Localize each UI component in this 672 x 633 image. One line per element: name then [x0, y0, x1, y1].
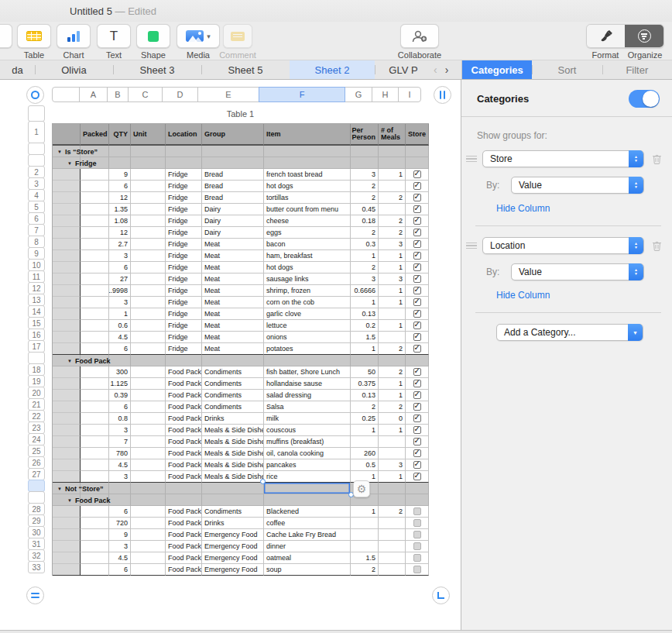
- table-cell[interactable]: [81, 448, 109, 459]
- checkbox-checked-icon[interactable]: [413, 473, 421, 480]
- table-cell[interactable]: Food Pack: [166, 506, 202, 518]
- column-letter-I[interactable]: I: [398, 87, 421, 102]
- table-cell[interactable]: Fridge: [166, 250, 202, 262]
- table-cell[interactable]: Fridge: [166, 169, 202, 181]
- table-cell[interactable]: Fridge: [166, 297, 202, 308]
- table-cell[interactable]: 260: [351, 448, 379, 459]
- table-cell[interactable]: 0.13: [351, 308, 379, 320]
- column-letter-D[interactable]: D: [162, 87, 198, 102]
- table-cell[interactable]: Fridge: [166, 239, 202, 250]
- table-cell[interactable]: [131, 564, 166, 576]
- row-number-29[interactable]: 29: [28, 514, 45, 527]
- table-cell[interactable]: [379, 181, 406, 192]
- table-cell[interactable]: [379, 204, 406, 215]
- table-cell[interactable]: Condiments: [202, 378, 264, 390]
- table-resize-handle[interactable]: [432, 587, 450, 604]
- table-cell[interactable]: Food Pack: [166, 401, 202, 413]
- table-cell[interactable]: [351, 541, 379, 552]
- table-cell[interactable]: [131, 169, 166, 181]
- header-cell[interactable]: Packed: [81, 124, 109, 146]
- header-cell[interactable]: Per Person: [351, 124, 379, 146]
- gear-button[interactable]: ⚙: [353, 480, 370, 497]
- table-cell[interactable]: Emergency Food: [202, 529, 264, 541]
- row-number-20[interactable]: 20: [28, 387, 45, 399]
- table-cell[interactable]: [131, 506, 166, 518]
- table-cell[interactable]: milk: [264, 413, 351, 425]
- store-checkbox-cell[interactable]: [406, 227, 429, 239]
- table-cell[interactable]: [131, 192, 166, 204]
- selected-cell[interactable]: ⚙: [264, 483, 351, 494]
- table-cell[interactable]: Drinks: [202, 518, 264, 529]
- table-cell[interactable]: 2: [379, 215, 406, 227]
- table-cell[interactable]: [131, 425, 166, 436]
- table-cell[interactable]: [131, 215, 166, 227]
- table-cell[interactable]: Emergency Food: [202, 564, 264, 576]
- by-value-select[interactable]: Value ▲▼: [511, 263, 644, 280]
- table-cell[interactable]: [53, 390, 81, 401]
- table-cell[interactable]: 0.13: [351, 390, 379, 401]
- store-checkbox-cell[interactable]: [406, 332, 429, 343]
- table-cell[interactable]: 0.39: [109, 390, 131, 401]
- table-cell[interactable]: [131, 239, 166, 250]
- table-cell[interactable]: 2: [351, 192, 379, 204]
- checkbox-checked-icon[interactable]: [413, 205, 421, 213]
- table-cell[interactable]: 1.5: [351, 552, 379, 564]
- table-cell[interactable]: 0.375: [351, 378, 379, 390]
- table-cell[interactable]: Fridge: [166, 204, 202, 215]
- table-cell[interactable]: Meat: [202, 273, 264, 285]
- table-cell[interactable]: [131, 413, 166, 425]
- checkbox-checked-icon[interactable]: [413, 449, 421, 457]
- row-number-2[interactable]: 2: [28, 166, 45, 178]
- category-field-select[interactable]: Location ▲▼: [482, 237, 644, 254]
- table-cell[interactable]: Meals & Side Dishes: [202, 425, 264, 436]
- header-cell[interactable]: Unit: [131, 124, 166, 146]
- table-cell[interactable]: muffins (breakfast): [264, 436, 351, 448]
- header-cell[interactable]: QTY: [109, 124, 131, 146]
- delete-category-button[interactable]: [650, 240, 663, 251]
- table-cell[interactable]: lettuce: [264, 320, 351, 332]
- table-cell[interactable]: Fridge: [166, 320, 202, 332]
- table-cell[interactable]: couscous: [264, 425, 351, 436]
- row-number-4[interactable]: 4: [28, 189, 45, 201]
- column-letter-F[interactable]: F: [259, 87, 345, 102]
- by-value-select[interactable]: Value ▲▼: [511, 177, 644, 194]
- table-cell[interactable]: [131, 308, 166, 320]
- table-cell[interactable]: [379, 308, 406, 320]
- store-checkbox-cell[interactable]: [406, 436, 429, 448]
- row-number-26[interactable]: 26: [28, 456, 45, 469]
- add-category-select[interactable]: Add a Category... ▼: [496, 324, 643, 341]
- store-checkbox-cell[interactable]: [406, 169, 429, 181]
- store-checkbox-cell[interactable]: [406, 192, 429, 204]
- table-cell[interactable]: Fridge: [166, 308, 202, 320]
- table-cell[interactable]: [53, 506, 81, 518]
- table-cell[interactable]: [53, 181, 81, 192]
- table-cell[interactable]: Fridge: [166, 181, 202, 192]
- table-button[interactable]: [17, 24, 51, 48]
- category-field-select[interactable]: Store ▲▼: [482, 150, 644, 167]
- table-cell[interactable]: [53, 401, 81, 413]
- table-cell[interactable]: 4.5: [109, 552, 131, 564]
- table-cell[interactable]: [53, 448, 81, 459]
- prev-sheets-arrow-icon[interactable]: ‹: [434, 64, 437, 76]
- table-cell[interactable]: 780: [109, 448, 131, 459]
- row-number-7[interactable]: 7: [28, 224, 45, 236]
- table-cell[interactable]: Fridge: [166, 262, 202, 273]
- table-cell[interactable]: [379, 332, 406, 343]
- drag-handle-icon[interactable]: [466, 154, 477, 164]
- store-checkbox-cell[interactable]: [406, 320, 429, 332]
- checkbox-checked-icon[interactable]: [413, 217, 421, 225]
- table-cell[interactable]: [131, 332, 166, 343]
- table-cell[interactable]: Meat: [202, 297, 264, 308]
- table-cell[interactable]: 3: [109, 425, 131, 436]
- store-checkbox-cell[interactable]: [406, 529, 429, 541]
- table-cell[interactable]: Fridge: [166, 343, 202, 355]
- checkbox-checked-icon[interactable]: [413, 310, 421, 318]
- column-letter-B[interactable]: B: [107, 87, 129, 102]
- table-cell[interactable]: [81, 518, 109, 529]
- table-cell[interactable]: 0: [379, 413, 406, 425]
- table-cell[interactable]: 50: [351, 366, 379, 378]
- sheet-tab[interactable]: Olivia: [35, 60, 113, 79]
- text-button[interactable]: T: [97, 24, 131, 48]
- table-cell[interactable]: [53, 518, 81, 529]
- checkbox-checked-icon[interactable]: [413, 263, 421, 271]
